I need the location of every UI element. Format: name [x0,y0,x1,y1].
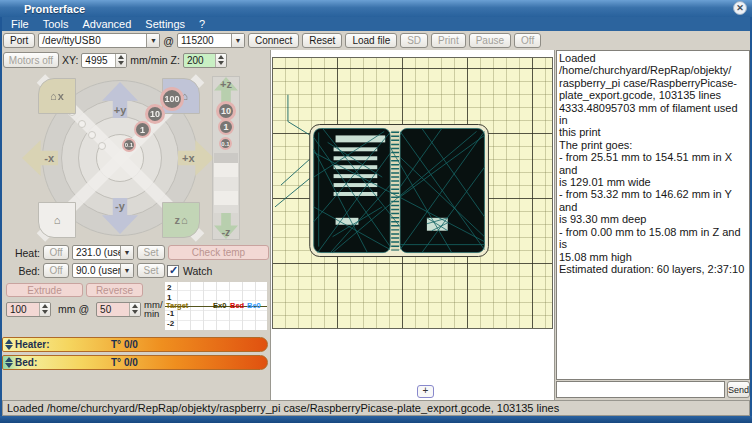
home-z-button[interactable]: z ⌂ [162,202,200,238]
watch-checkbox[interactable] [167,265,179,277]
z-distance-0.1-badge[interactable]: 0.1 [219,137,232,150]
baud-value[interactable]: 115200 [178,34,231,47]
dropdown-arrow-icon[interactable]: ▼ [120,264,133,277]
print-button: Print [431,33,466,48]
sd-button: SD [400,33,428,48]
xy-speed-spinner[interactable]: 4995 [81,53,127,68]
close-button[interactable]: ✕ [733,1,747,15]
port-combo[interactable]: /dev/ttyUSB0 ▼ [38,33,160,48]
gauge-down-icon[interactable] [5,345,13,350]
port-value[interactable]: /dev/ttyUSB0 [39,34,146,47]
reset-button[interactable]: Reset [302,33,342,48]
xy-speed-value[interactable]: 4995 [82,54,115,67]
minus-x-label: -x [44,152,54,164]
z-band[interactable] [214,153,238,163]
heater-gauge[interactable]: Heater: T° 0/0 [2,337,268,352]
gauge-down-icon[interactable] [5,363,13,368]
spinner-arrows-icon[interactable] [115,54,126,67]
off-button: Off [514,33,541,48]
gcode-viewer[interactable]: + [270,50,555,400]
dropdown-arrow-icon[interactable]: ▼ [120,246,133,259]
bed-gauge[interactable]: Bed: T° 0/0 [2,355,268,370]
mm-at-label: mm @ [58,303,89,315]
menu-help[interactable]: ? [192,17,212,31]
menu-settings[interactable]: Settings [138,17,192,31]
extrude-speed-spinner[interactable]: 50 [96,302,141,317]
z-speed-spinner[interactable]: 200 [183,53,227,68]
motors-off-button: Motors off [3,52,59,68]
statusbar-text: Loaded /home/churchyard/RepRap/objekty/r… [7,402,559,414]
extrude-amount-row: 100 mm @ 50 mm/ min [6,300,163,318]
house-icon: ⌂ [54,214,61,226]
z-distance-1-badge[interactable]: 1 [218,119,234,135]
baud-combo[interactable]: 115200 ▼ [177,33,245,48]
statusbar: Loaded /home/churchyard/RepRap/objekty/r… [2,400,750,416]
distance-10-badge[interactable]: 10 [145,104,165,124]
bed-row: Bed: Off 90.0 (user) ▼ Set [10,263,165,278]
extrude-button: Extrude [6,283,83,297]
jog-minus-z-button[interactable]: -z [214,213,238,239]
distance-1-badge[interactable]: 1 [134,121,151,138]
watch-row: Watch [167,265,212,277]
jog-plus-z-button[interactable]: +z [214,77,238,103]
z-speed-value[interactable]: 200 [184,54,215,67]
extrude-length-value[interactable]: 100 [7,303,39,316]
graph-legend-ex0: Ex0 [213,302,226,310]
minus-y-label: -y [115,200,125,212]
zoom-in-button[interactable]: + [417,385,434,398]
xy-jog-pad: ⌂ x y ⌂ ⌂ z ⌂ +y -y -x +x 100 10 1 0.1 [16,76,222,240]
heater-gauge-value: T° 0/0 [111,339,138,350]
z-jog-tower: +z 10 1 0.1 -z [212,76,240,240]
temperature-graph: 2 1 -1 -2 Target Ex0 Bed Be0 [165,282,267,330]
speed-row: Motors off XY: 4995 mm/min Z: 200 [3,52,227,68]
graph-ytick: -2 [167,320,174,328]
connect-button[interactable]: Connect [248,33,299,48]
log-output[interactable]: Loaded /home/churchyard/RepRap/objekty/ … [556,50,750,380]
plus-y-label: +y [114,104,127,116]
window-border [0,17,2,416]
bed-gauge-label: Bed: [15,357,111,368]
titlebar[interactable]: Pronterface ✕ [0,0,752,17]
gauge-up-icon[interactable] [5,339,13,344]
distance-100-badge[interactable]: 100 [160,87,184,111]
gauge-up-icon[interactable] [5,357,13,362]
command-input[interactable] [556,381,725,398]
port-button[interactable]: Port [3,33,35,48]
menu-advanced[interactable]: Advanced [75,17,138,31]
at-label: @ [163,35,174,47]
heater-set-button: Set [137,245,165,260]
menu-tools[interactable]: Tools [36,17,76,31]
home-x-button[interactable]: ⌂ x [38,78,76,114]
spinner-arrows-icon[interactable] [129,303,140,316]
pronterface-window: Pronterface ✕ File Tools Advanced Settin… [0,0,752,423]
reverse-button: Reverse [86,283,143,297]
heater-temp-combo[interactable]: 231.0 (user) ▼ [72,245,134,260]
extrude-length-spinner[interactable]: 100 [6,302,51,317]
minus-z-label: -z [221,226,230,238]
menu-file[interactable]: File [4,17,36,31]
bed-temp-combo[interactable]: 90.0 (user) ▼ [72,263,134,278]
dropdown-arrow-icon[interactable]: ▼ [146,34,159,47]
heater-off-button: Off [43,245,69,260]
spinner-arrows-icon[interactable] [215,54,226,67]
home-all-button[interactable]: ⌂ [38,202,76,238]
z-band[interactable] [214,191,238,205]
graph-ytick: -1 [167,310,174,318]
home-z-label: z [174,214,180,226]
dropdown-arrow-icon[interactable]: ▼ [231,34,244,47]
z-band[interactable] [214,163,238,177]
distance-0.1-badge[interactable]: 0.1 [122,138,136,152]
load-file-button[interactable]: Load file [345,33,397,48]
spinner-arrows-icon[interactable] [39,303,50,316]
heater-temp-value[interactable]: 231.0 (user) [73,246,120,259]
extrude-speed-value[interactable]: 50 [97,303,129,316]
z-band[interactable] [214,177,238,191]
z-distance-10-badge[interactable]: 10 [216,101,236,121]
bed-temp-value[interactable]: 90.0 (user) [73,264,120,277]
send-button[interactable]: Send [727,381,750,398]
build-plate[interactable] [272,57,553,329]
z-band[interactable] [214,205,238,213]
house-icon: ⌂ [181,214,188,226]
z-speed-label: mm/min Z: [130,54,180,66]
bed-off-button: Off [43,263,69,278]
